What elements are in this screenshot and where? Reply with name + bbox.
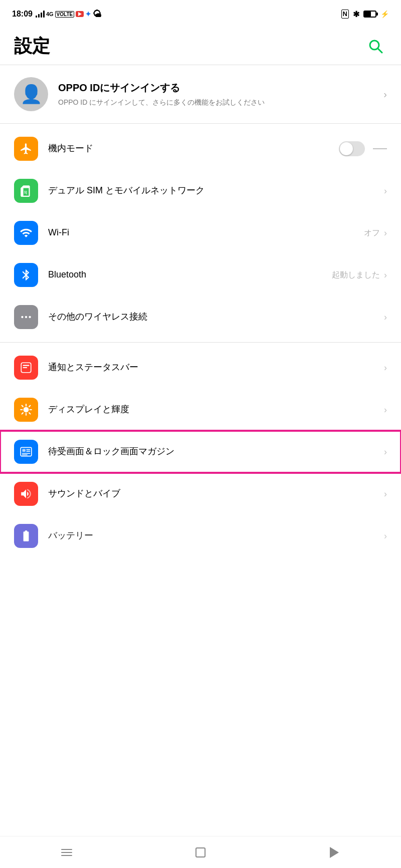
other-wireless-label: その他のワイヤレス接続 [48, 312, 147, 322]
bluetooth-chevron: › [384, 270, 387, 280]
sound-right: › [384, 489, 387, 499]
wifi-label: Wi-Fi [48, 227, 69, 237]
other-wireless-chevron: › [384, 312, 387, 323]
signal-bar-3 [41, 13, 42, 18]
bluetooth-item[interactable]: Bluetooth 起動しました › [0, 254, 401, 296]
display-chevron: › [384, 405, 387, 415]
svg-line-16 [22, 413, 23, 414]
bluetooth-icon [14, 263, 38, 287]
menu-line-2 [61, 852, 72, 853]
wallpaper-right: › [384, 447, 387, 457]
profile-title: OPPO IDにサインインする [58, 81, 377, 95]
status-left: 18:09 4G VOLTE ✦ 🌤 [12, 9, 102, 20]
bluetooth-status-icon: ✱ [353, 10, 359, 19]
4g-label: 4G [46, 11, 54, 17]
sound-content: サウンドとバイブ [48, 488, 384, 499]
notification-content: 通知とステータスバー [48, 362, 384, 373]
battery-fill [364, 12, 371, 17]
charging-icon: ⚡ [380, 10, 389, 18]
wallpaper-chevron: › [384, 447, 387, 457]
bluetooth-right: 起動しました › [332, 270, 387, 280]
profile-section[interactable]: 👤 OPPO IDにサインインする OPPO ID にサインインして、さらに多く… [0, 65, 401, 123]
youtube-play-icon [78, 12, 82, 16]
brightness-svg [20, 403, 33, 416]
profile-subtitle: OPPO ID にサインインして、さらに多くの機能をお試しください [58, 98, 377, 108]
svg-point-3 [21, 316, 23, 318]
svg-rect-19 [22, 449, 26, 452]
status-right: N ✱ ⚡ [341, 10, 389, 19]
search-icon [368, 39, 384, 55]
wifi-content: Wi-Fi [48, 227, 364, 238]
airplane-mode-toggle[interactable] [339, 141, 365, 156]
nav-back-button[interactable] [314, 841, 354, 863]
profile-text: OPPO IDにサインインする OPPO ID にサインインして、さらに多くの機… [58, 81, 377, 108]
signal-bars-4g [36, 11, 45, 18]
wallpaper-label: 待受画面＆ロック画面マガジン [48, 446, 174, 456]
page-title: 設定 [14, 34, 50, 59]
battery-body [363, 11, 376, 18]
display-item[interactable]: ディスプレイと輝度 › [0, 389, 401, 431]
battery-right: › [384, 531, 387, 541]
signal-bar-4 [43, 11, 45, 18]
wallpaper-item[interactable]: 待受画面＆ロック画面マガジン › [0, 431, 401, 473]
wallpaper-svg [20, 445, 33, 458]
wifi-status: オフ [364, 228, 380, 238]
svg-point-9 [24, 407, 29, 413]
dual-sim-content: デュアル SIM とモバイルネットワーク [48, 185, 384, 196]
nav-menu-button[interactable] [47, 841, 87, 863]
svg-line-13 [29, 413, 30, 414]
airplane-icon [14, 137, 38, 161]
nfc-icon: N [341, 10, 349, 19]
display-settings-group: 通知とステータスバー › ディスプレイと輝度 › [0, 343, 401, 561]
notification-icon [14, 356, 38, 380]
notification-right: › [384, 363, 387, 373]
sim-icon: 1| [14, 179, 38, 203]
notification-label: 通知とステータスバー [48, 362, 138, 372]
bluetooth-status: 起動しました [332, 270, 380, 280]
other-wireless-icon [14, 305, 38, 329]
header: 設定 [0, 26, 401, 65]
dots-svg [20, 311, 33, 324]
other-wireless-item[interactable]: その他のワイヤレス接続 › [0, 296, 401, 338]
wifi-svg [20, 226, 33, 239]
sound-chevron: › [384, 489, 387, 499]
wallpaper-icon [14, 440, 38, 464]
battery-item[interactable]: バッテリー › [0, 515, 401, 557]
status-bar: 18:09 4G VOLTE ✦ 🌤 N ✱ [0, 0, 401, 26]
wallpaper-content: 待受画面＆ロック画面マガジン [48, 446, 384, 457]
dual-sim-chevron: › [384, 186, 387, 196]
svg-rect-7 [23, 365, 30, 366]
nav-home-button[interactable] [180, 841, 221, 863]
battery-content: バッテリー [48, 530, 384, 541]
volte-label: VOLTE [55, 11, 75, 18]
signal-bar-1 [36, 16, 37, 18]
sound-label: サウンドとバイブ [48, 488, 120, 498]
search-button[interactable] [365, 36, 387, 58]
network-settings-group: 機内モード 1| デュアル SIM とモバイルネットワーク › [0, 124, 401, 342]
notification-item[interactable]: 通知とステータスバー › [0, 347, 401, 389]
dual-sim-item[interactable]: 1| デュアル SIM とモバイルネットワーク › [0, 170, 401, 212]
wifi-chevron: › [384, 228, 387, 238]
status-signal-icons: 4G VOLTE ✦ 🌤 [36, 9, 102, 20]
sound-icon [14, 482, 38, 506]
wifi-item[interactable]: Wi-Fi オフ › [0, 212, 401, 254]
svg-line-17 [29, 406, 30, 407]
airplane-mode-item[interactable]: 機内モード [0, 128, 401, 170]
svg-line-12 [22, 406, 23, 407]
status-time: 18:09 [12, 10, 33, 19]
wifi-icon [14, 221, 38, 245]
sound-item[interactable]: サウンドとバイブ › [0, 473, 401, 515]
sim-svg: 1| [20, 184, 33, 197]
airplane-toggle-container [339, 141, 387, 156]
signal-bar-2 [38, 14, 40, 18]
display-icon [14, 398, 38, 422]
display-label: ディスプレイと輝度 [48, 404, 129, 414]
youtube-icon [76, 11, 84, 17]
avatar-icon: 👤 [20, 84, 43, 105]
bt-status-icon: ✦ [85, 10, 91, 18]
notification-chevron: › [384, 363, 387, 373]
notification-svg [20, 361, 33, 374]
svg-point-4 [25, 316, 27, 318]
toggle-knob [340, 142, 353, 155]
display-content: ディスプレイと輝度 [48, 404, 384, 415]
